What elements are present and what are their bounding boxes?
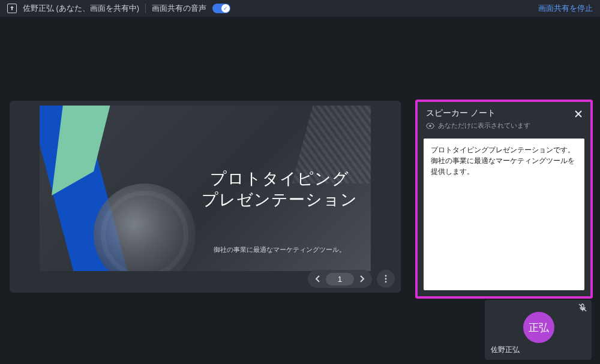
- slide-more-options-button[interactable]: [377, 270, 395, 288]
- svg-point-2: [385, 275, 387, 277]
- avatar-initials: 正弘: [529, 321, 549, 335]
- chevron-right-icon: [359, 275, 365, 282]
- notes-visibility-label: あなただけに表示されています: [438, 121, 530, 130]
- slide: プロトタイピング プレゼンテーション 御社の事業に最適なマーケティングツール。: [40, 106, 371, 271]
- slide-title-line2: プレゼンテーション: [202, 191, 358, 209]
- svg-point-5: [429, 125, 431, 127]
- speaker-notes-title: スピーカー ノート: [426, 108, 582, 119]
- stop-share-button[interactable]: 画面共有を停止: [538, 4, 593, 14]
- slide-title-line1: プロトタイピング: [210, 170, 349, 188]
- share-audio-label: 画面共有の音声: [152, 4, 206, 14]
- speaker-notes-header: スピーカー ノート あなただけに表示されています: [418, 102, 590, 135]
- more-vertical-icon: [385, 275, 387, 283]
- next-slide-button[interactable]: [354, 271, 370, 287]
- chevron-left-icon: [315, 275, 321, 282]
- avatar: 正弘: [523, 312, 554, 343]
- speaker-notes-body[interactable]: プロトタイピングプレゼンテーションです。 御社の事業に最適なマーケティングツール…: [424, 139, 584, 290]
- share-screen-icon: [7, 4, 17, 13]
- slide-title: プロトタイピング プレゼンテーション: [190, 169, 370, 210]
- eye-icon: [426, 123, 434, 129]
- svg-point-3: [385, 278, 387, 280]
- participant-name: 佐野正弘: [491, 345, 520, 355]
- notes-visibility-row: あなただけに表示されています: [426, 121, 582, 130]
- close-notes-button[interactable]: [572, 108, 584, 120]
- speaker-notes-panel: スピーカー ノート あなただけに表示されています プロトタイピングプレゼンテーシ…: [415, 100, 593, 299]
- presenter-label: 佐野正弘 (あなた、画面を共有中): [23, 4, 139, 14]
- slide-subtitle: 御社の事業に最適なマーケティングツール。: [190, 245, 370, 254]
- share-audio-toggle[interactable]: [212, 4, 230, 13]
- current-slide-number[interactable]: 1: [326, 273, 354, 285]
- mic-muted-icon: [578, 303, 587, 314]
- pager-group: 1: [308, 270, 372, 288]
- participant-tile[interactable]: 正弘 佐野正弘: [485, 300, 592, 360]
- prev-slide-button[interactable]: [310, 271, 326, 287]
- close-icon: [575, 110, 582, 118]
- svg-point-4: [385, 281, 387, 283]
- screen-share-top-bar: 佐野正弘 (あなた、画面を共有中) 画面共有の音声 画面共有を停止: [0, 0, 600, 17]
- slide-pager: 1: [308, 270, 395, 288]
- presentation-stage: プロトタイピング プレゼンテーション 御社の事業に最適なマーケティングツール。 …: [10, 101, 401, 293]
- top-divider: [145, 4, 146, 13]
